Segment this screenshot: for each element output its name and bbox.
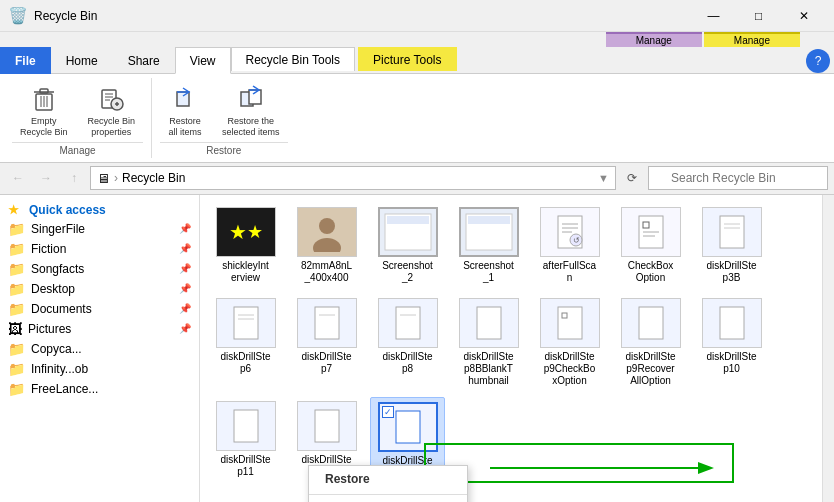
file-item-p8blank[interactable]: diskDrillStep8BBlankThumbnail: [451, 294, 526, 391]
restore-selected-button[interactable]: Restore theselected items: [214, 78, 288, 142]
window-title: Recycle Bin: [34, 9, 691, 23]
sidebar-scrollbar[interactable]: [822, 195, 834, 502]
sidebar-label-infinity: Infinity...ob: [31, 362, 88, 376]
sidebar-item-freelance[interactable]: 📁 FreeLance...: [0, 379, 199, 399]
sidebar-label-desktop: Desktop: [31, 282, 75, 296]
tab-file[interactable]: File: [0, 47, 51, 74]
tab-picture-tools[interactable]: Picture Tools: [358, 47, 456, 71]
restore-all-icon: [169, 82, 201, 114]
svg-rect-2: [40, 89, 48, 93]
svg-point-19: [313, 238, 341, 252]
file-name-82mm: 82mmA8nL_400x400: [301, 260, 352, 284]
file-thumb-p9check: [540, 298, 600, 348]
restore-selected-icon: [235, 82, 267, 114]
empty-recycle-bin-button[interactable]: EmptyRecycle Bin: [12, 78, 76, 142]
search-input[interactable]: [648, 166, 828, 190]
context-sep-1: [309, 494, 467, 495]
file-item-p10[interactable]: diskDrillStep10: [694, 294, 769, 391]
tab-recycle-bin-tools[interactable]: Recycle Bin Tools: [231, 47, 356, 71]
close-button[interactable]: ✕: [781, 0, 826, 32]
file-name-p8: diskDrillStep8: [382, 351, 432, 375]
file-item-afterfullscan[interactable]: ↺ afterFullScan: [532, 203, 607, 288]
tab-share[interactable]: Share: [113, 47, 175, 74]
file-thumb-p12: [297, 401, 357, 451]
file-item-shickley[interactable]: ★ shickleyInterview: [208, 203, 283, 288]
svg-text:↺: ↺: [573, 236, 580, 245]
address-computer-icon: 🖥: [97, 171, 110, 186]
help-button[interactable]: ?: [806, 49, 830, 73]
svg-rect-34: [720, 216, 744, 248]
tab-home[interactable]: Home: [51, 47, 113, 74]
file-name-p8blank: diskDrillStep8BBlankThumbnail: [463, 351, 513, 387]
empty-recycle-bin-label: EmptyRecycle Bin: [20, 116, 68, 138]
tab-view[interactable]: View: [175, 47, 231, 74]
file-item-screenshot2[interactable]: Screenshot_2: [370, 203, 445, 288]
pin-icon-pictures: 📌: [179, 323, 191, 334]
ribbon: EmptyRecycle Bin Recycle Binproperties: [0, 74, 834, 163]
empty-recycle-icon: [28, 82, 60, 114]
address-input[interactable]: 🖥 › Recycle Bin ▼: [90, 166, 616, 190]
file-thumb-p11: [216, 401, 276, 451]
file-item-p6[interactable]: diskDrillStep6: [208, 294, 283, 391]
file-name-p9recover: diskDrillStep9RecoverAllOption: [625, 351, 675, 387]
file-thumb-p8: [378, 298, 438, 348]
folder-icon-copyca: 📁: [8, 341, 25, 357]
svg-rect-44: [477, 307, 501, 339]
pin-icon-documents: 📌: [179, 303, 191, 314]
folder-icon-infinity: 📁: [8, 361, 25, 377]
sidebar: ★ Quick access 📁 SingerFile 📌 📁 Fiction …: [0, 195, 200, 502]
sidebar-item-pictures[interactable]: 🖼 Pictures 📌: [0, 319, 199, 339]
file-item-p9check[interactable]: diskDrillStep9CheckBoxOption: [532, 294, 607, 391]
back-button[interactable]: ←: [6, 166, 30, 190]
folder-icon: 📁: [8, 221, 25, 237]
file-name-p7: diskDrillStep7: [301, 351, 351, 375]
address-path: Recycle Bin: [122, 171, 185, 185]
minimize-button[interactable]: —: [691, 0, 736, 32]
svg-rect-37: [234, 307, 258, 339]
sidebar-label-songfacts: Songfacts: [31, 262, 84, 276]
file-thumb-p3b: [702, 207, 762, 257]
context-restore[interactable]: Restore: [309, 466, 467, 492]
sidebar-item-desktop[interactable]: 📁 Desktop 📌: [0, 279, 199, 299]
address-separator: ›: [114, 171, 118, 185]
sidebar-item-songfacts[interactable]: 📁 Songfacts 📌: [0, 259, 199, 279]
file-name-p9check: diskDrillStep9CheckBoxOption: [544, 351, 596, 387]
manage-section-label: Manage: [12, 142, 143, 158]
refresh-button[interactable]: ⟳: [620, 166, 644, 190]
context-cut[interactable]: Cut: [309, 497, 467, 502]
file-thumb-screenshot1: [459, 207, 519, 257]
svg-rect-47: [639, 307, 663, 339]
sidebar-item-infinity[interactable]: 📁 Infinity...ob: [0, 359, 199, 379]
forward-button[interactable]: →: [34, 166, 58, 190]
sidebar-item-documents[interactable]: 📁 Documents 📌: [0, 299, 199, 319]
sidebar-quick-access[interactable]: ★ Quick access: [0, 199, 199, 219]
file-item-screenshot1[interactable]: Screenshot_1: [451, 203, 526, 288]
file-item-p8[interactable]: diskDrillStep8: [370, 294, 445, 391]
pin-icon-fiction: 📌: [179, 243, 191, 254]
file-item-p3b[interactable]: diskDrillStep3B: [694, 203, 769, 288]
svg-rect-31: [643, 222, 649, 228]
file-item-p7[interactable]: diskDrillStep7: [289, 294, 364, 391]
file-name-p11: diskDrillStep11: [220, 454, 270, 478]
restore-selected-label: Restore theselected items: [222, 116, 280, 138]
file-item-checkbox[interactable]: CheckBoxOption: [613, 203, 688, 288]
pin-icon-desktop: 📌: [179, 283, 191, 294]
sidebar-label-pictures: Pictures: [28, 322, 71, 336]
file-name-p10: diskDrillStep10: [706, 351, 756, 375]
up-button[interactable]: ↑: [62, 166, 86, 190]
sidebar-item-fiction[interactable]: 📁 Fiction 📌: [0, 239, 199, 259]
file-item-82mm[interactable]: 82mmA8nL_400x400: [289, 203, 364, 288]
folder-icon-pictures: 🖼: [8, 321, 22, 337]
restore-all-button[interactable]: Restoreall items: [160, 78, 210, 142]
file-name-screenshot1: Screenshot_1: [463, 260, 514, 284]
folder-icon-desktop: 📁: [8, 281, 25, 297]
file-item-p11[interactable]: diskDrillStep11: [208, 397, 283, 484]
file-name-afterfullscan: afterFullScan: [543, 260, 596, 284]
file-thumb-p7: [297, 298, 357, 348]
recycle-bin-properties-button[interactable]: Recycle Binproperties: [80, 78, 144, 142]
file-item-p9recover[interactable]: diskDrillStep9RecoverAllOption: [613, 294, 688, 391]
maximize-button[interactable]: □: [736, 0, 781, 32]
sidebar-item-copyca[interactable]: 📁 Copyca...: [0, 339, 199, 359]
pin-icon-songfacts: 📌: [179, 263, 191, 274]
sidebar-item-singerfile[interactable]: 📁 SingerFile 📌: [0, 219, 199, 239]
